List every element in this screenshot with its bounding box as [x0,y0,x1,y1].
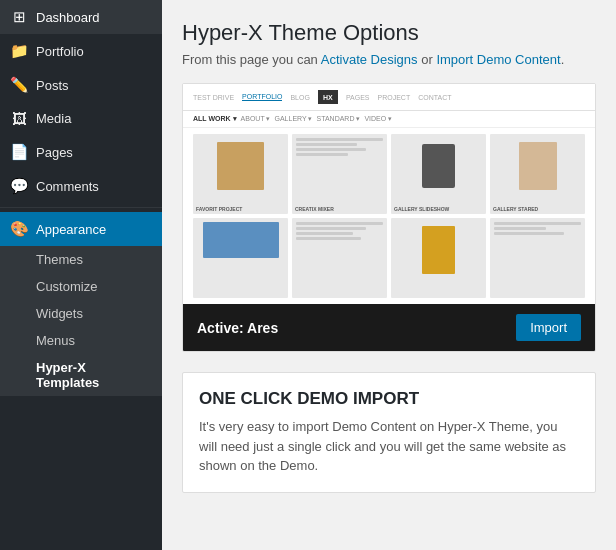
mockup-text-line [296,232,353,235]
sidebar-item-portfolio[interactable]: 📁 Portfolio [0,34,162,68]
sidebar-item-pages[interactable]: 📄 Pages [0,135,162,169]
sidebar-item-comments[interactable]: 💬 Comments [0,169,162,203]
sidebar-item-label: Posts [36,78,69,93]
theme-active-label: Active: Ares [197,320,278,336]
mockup-text-line [296,237,361,240]
one-click-section: ONE CLICK DEMO IMPORT It's very easy to … [182,372,596,493]
subtitle-mid: or [418,52,437,67]
mockup-text-line [296,153,348,156]
submenu-customize[interactable]: Customize [0,273,162,300]
mockup-nav-item-blog: BLOG [290,94,309,101]
sidebar-item-appearance[interactable]: 🎨 Appearance [0,212,162,246]
mockup-tabs: ALL WORK ▾ ABOUT ▾ GALLERY ▾ STANDARD ▾ … [183,111,595,128]
theme-card: TEST DRIVE PORTFOLIO BLOG HX PAGES PROJE… [182,83,596,352]
mockup-cell-label-2: GALLERY SLIDESHOW [394,206,449,212]
mockup-img-yellow [422,226,455,274]
mockup-nav-item-contact: CONTACT [418,94,451,101]
sidebar-divider [0,207,162,208]
mockup-cell-3: GALLERY STARED [490,134,585,214]
sidebar-item-label: Dashboard [36,10,100,25]
one-click-title: ONE CLICK DEMO IMPORT [199,389,579,409]
mockup-text-line [296,148,366,151]
submenu-menus[interactable]: Menus [0,327,162,354]
mockup-cell-label-1: CREATIX MIXER [295,206,334,212]
mockup-text-line [296,138,383,141]
import-button[interactable]: Import [516,314,581,341]
sidebar-item-label: Media [36,111,71,126]
posts-icon: ✏️ [10,76,28,94]
submenu-widgets[interactable]: Widgets [0,300,162,327]
mockup-text-line [494,232,564,235]
mockup-cell-label-0: FAVORIT PROJECT [196,206,242,212]
mockup-nav: TEST DRIVE PORTFOLIO BLOG HX PAGES PROJE… [183,84,595,111]
sidebar-item-label: Appearance [36,222,106,237]
theme-footer: Active: Ares Import [183,304,595,351]
mockup-nav-item-portfolio: PORTFOLIO [242,93,282,101]
mockup-cell-7 [490,218,585,298]
theme-preview: TEST DRIVE PORTFOLIO BLOG HX PAGES PROJE… [183,84,595,304]
submenu-hyperx-templates[interactable]: Hyper-X Templates [0,354,162,396]
mockup-tab-video: VIDEO ▾ [364,115,392,123]
mockup-cell-0: FAVORIT PROJECT [193,134,288,214]
sidebar-item-label: Pages [36,145,73,160]
sidebar-item-media[interactable]: 🖼 Media [0,102,162,135]
mockup-img-blue [203,222,279,258]
mockup-cell-1: CREATIX MIXER [292,134,387,214]
mockup-text-line [296,222,383,225]
mockup-cell-4 [193,218,288,298]
sidebar: ⊞ Dashboard 📁 Portfolio ✏️ Posts 🖼 Media… [0,0,162,550]
subtitle-suffix: . [561,52,565,67]
one-click-description: It's very easy to import Demo Content on… [199,417,579,476]
sidebar-item-posts[interactable]: ✏️ Posts [0,68,162,102]
page-subtitle: From this page you can Activate Designs … [182,52,596,67]
mockup-tab-about: ABOUT ▾ [241,115,271,123]
mockup-cell-5 [292,218,387,298]
mockup-img-vase [519,142,557,190]
sidebar-item-dashboard[interactable]: ⊞ Dashboard [0,0,162,34]
mockup-cell-label-3: GALLERY STARED [493,206,538,212]
activate-designs-link[interactable]: Activate Designs [321,52,418,67]
import-demo-link[interactable]: Import Demo Content [436,52,560,67]
dashboard-icon: ⊞ [10,8,28,26]
mockup-tab-gallery: GALLERY ▾ [274,115,312,123]
mockup-nav-item: TEST DRIVE [193,94,234,101]
mockup-text-line [494,222,581,225]
mockup-tab-all: ALL WORK ▾ [193,115,237,123]
mockup-tab-standard: STANDARD ▾ [316,115,360,123]
portfolio-icon: 📁 [10,42,28,60]
submenu-themes[interactable]: Themes [0,246,162,273]
appearance-icon: 🎨 [10,220,28,238]
comments-icon: 💬 [10,177,28,195]
mockup-nav-item-project: PROJECT [378,94,411,101]
mockup-cell-2: GALLERY SLIDESHOW [391,134,486,214]
mockup-logo: HX [318,90,338,104]
mockup-img-mug [422,144,455,188]
mockup-img-orange [217,142,265,190]
subtitle-prefix: From this page you can [182,52,321,67]
mockup-text-line [494,227,546,230]
pages-icon: 📄 [10,143,28,161]
mockup-text-line [296,143,357,146]
main-content: Hyper-X Theme Options From this page you… [162,0,616,550]
appearance-submenu: Themes Customize Widgets Menus Hyper-X T… [0,246,162,396]
sidebar-item-label: Portfolio [36,44,84,59]
sidebar-item-label: Comments [36,179,99,194]
mockup-nav-item-pages: PAGES [346,94,370,101]
mockup-grid: FAVORIT PROJECT CREATIX MIXER GALLERY SL… [183,128,595,304]
page-title: Hyper-X Theme Options [182,20,596,46]
mockup: TEST DRIVE PORTFOLIO BLOG HX PAGES PROJE… [183,84,595,304]
mockup-cell-6 [391,218,486,298]
mockup-text-line [296,227,366,230]
media-icon: 🖼 [10,110,28,127]
